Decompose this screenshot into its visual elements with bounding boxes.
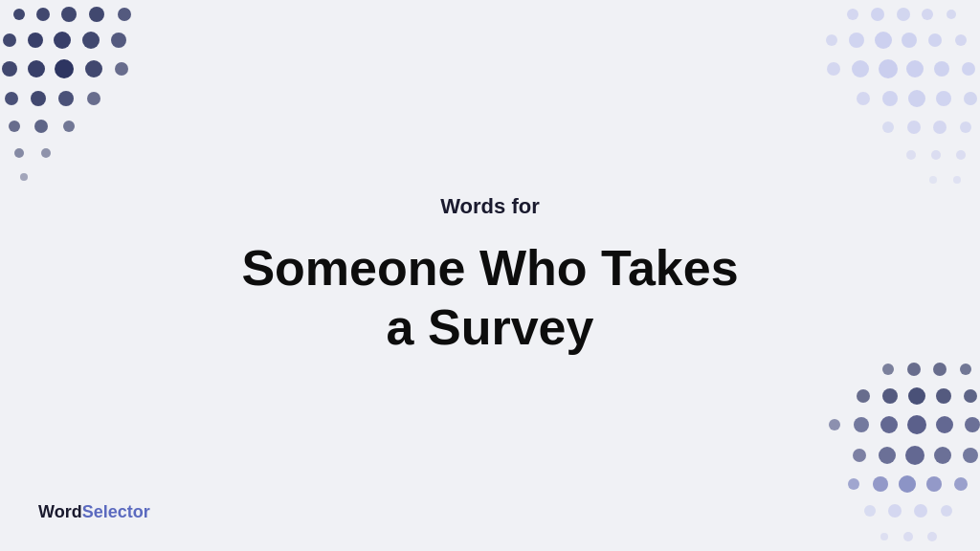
svg-point-41 — [827, 62, 840, 76]
main-content: Words for Someone Who Takes a Survey — [241, 194, 738, 358]
svg-point-36 — [962, 62, 975, 76]
svg-point-3 — [89, 7, 104, 22]
dots-top-right-decoration — [769, 0, 980, 191]
svg-point-67 — [848, 478, 859, 490]
svg-point-26 — [922, 9, 933, 20]
svg-point-57 — [903, 532, 913, 541]
dots-bottom-right-decoration — [769, 360, 980, 551]
svg-point-35 — [826, 34, 837, 46]
svg-point-30 — [955, 34, 967, 46]
svg-point-37 — [934, 61, 949, 77]
svg-point-81 — [908, 387, 925, 405]
svg-point-71 — [879, 447, 896, 464]
svg-point-53 — [906, 150, 916, 160]
svg-point-44 — [908, 90, 925, 107]
svg-point-39 — [879, 59, 898, 78]
svg-point-1 — [36, 8, 50, 21]
svg-point-13 — [85, 60, 102, 77]
brand-selector: Selector — [82, 502, 150, 522]
svg-point-40 — [852, 60, 869, 77]
svg-point-50 — [882, 121, 894, 133]
svg-point-54 — [953, 176, 961, 184]
svg-point-74 — [936, 416, 953, 433]
svg-point-69 — [934, 447, 951, 464]
svg-point-52 — [931, 150, 941, 160]
svg-point-10 — [2, 61, 17, 77]
svg-point-86 — [907, 363, 921, 376]
svg-point-72 — [853, 449, 866, 462]
svg-point-14 — [115, 62, 128, 76]
svg-point-68 — [963, 448, 978, 463]
svg-point-6 — [28, 33, 43, 48]
svg-point-82 — [882, 388, 898, 404]
svg-point-87 — [882, 364, 894, 375]
svg-point-77 — [854, 417, 869, 432]
svg-point-79 — [964, 389, 977, 403]
svg-point-18 — [87, 92, 100, 105]
svg-point-55 — [929, 176, 937, 184]
svg-point-22 — [14, 148, 24, 158]
brand-word: Word — [38, 502, 82, 522]
svg-point-66 — [873, 476, 888, 492]
svg-point-70 — [905, 446, 924, 465]
svg-point-47 — [960, 121, 971, 133]
svg-point-64 — [926, 476, 942, 492]
svg-point-5 — [3, 33, 16, 47]
subtitle-text: Words for — [241, 194, 738, 219]
svg-point-60 — [914, 504, 927, 518]
svg-point-11 — [28, 60, 45, 77]
svg-point-42 — [964, 92, 977, 105]
svg-point-8 — [82, 32, 100, 49]
dots-top-left-decoration — [0, 0, 191, 191]
page-container: Words for Someone Who Takes a Survey Wor… — [0, 0, 980, 551]
svg-point-62 — [864, 505, 876, 517]
svg-point-2 — [61, 7, 77, 22]
svg-point-21 — [63, 121, 75, 132]
svg-point-34 — [849, 33, 864, 48]
svg-point-51 — [956, 150, 966, 160]
svg-point-56 — [927, 532, 937, 541]
svg-point-24 — [20, 173, 28, 181]
svg-point-7 — [54, 32, 71, 49]
svg-point-17 — [58, 91, 74, 106]
svg-point-9 — [111, 33, 126, 48]
svg-point-33 — [875, 32, 892, 49]
svg-point-25 — [947, 10, 956, 19]
svg-point-20 — [34, 120, 48, 133]
svg-point-0 — [13, 9, 25, 20]
svg-point-83 — [857, 389, 870, 403]
svg-point-4 — [118, 8, 131, 21]
svg-point-23 — [41, 148, 51, 158]
svg-point-31 — [928, 33, 942, 47]
svg-point-85 — [933, 363, 947, 376]
svg-point-15 — [5, 92, 18, 105]
svg-point-80 — [936, 388, 951, 404]
svg-point-58 — [880, 533, 888, 540]
svg-point-46 — [857, 92, 870, 105]
main-title-line2: a Survey — [387, 299, 594, 355]
svg-point-75 — [907, 415, 926, 434]
svg-point-49 — [907, 121, 921, 134]
svg-point-43 — [936, 91, 951, 106]
main-title: Someone Who Takes a Survey — [241, 238, 738, 358]
brand-logo: WordSelector — [38, 502, 150, 522]
svg-point-48 — [933, 121, 947, 134]
svg-point-27 — [897, 8, 910, 21]
svg-point-45 — [882, 91, 898, 106]
svg-point-29 — [847, 9, 858, 20]
svg-point-65 — [899, 475, 916, 493]
main-title-line1: Someone Who Takes — [241, 240, 738, 296]
svg-point-59 — [941, 505, 952, 517]
svg-point-78 — [829, 419, 840, 430]
svg-point-73 — [965, 417, 980, 432]
svg-point-19 — [9, 121, 20, 132]
svg-point-32 — [902, 33, 917, 48]
svg-point-16 — [31, 91, 46, 106]
svg-point-76 — [880, 416, 898, 433]
svg-point-61 — [888, 504, 902, 518]
svg-point-63 — [954, 477, 968, 491]
svg-point-12 — [55, 59, 74, 78]
svg-point-84 — [960, 364, 971, 375]
svg-point-38 — [906, 60, 924, 77]
svg-point-28 — [871, 8, 884, 21]
